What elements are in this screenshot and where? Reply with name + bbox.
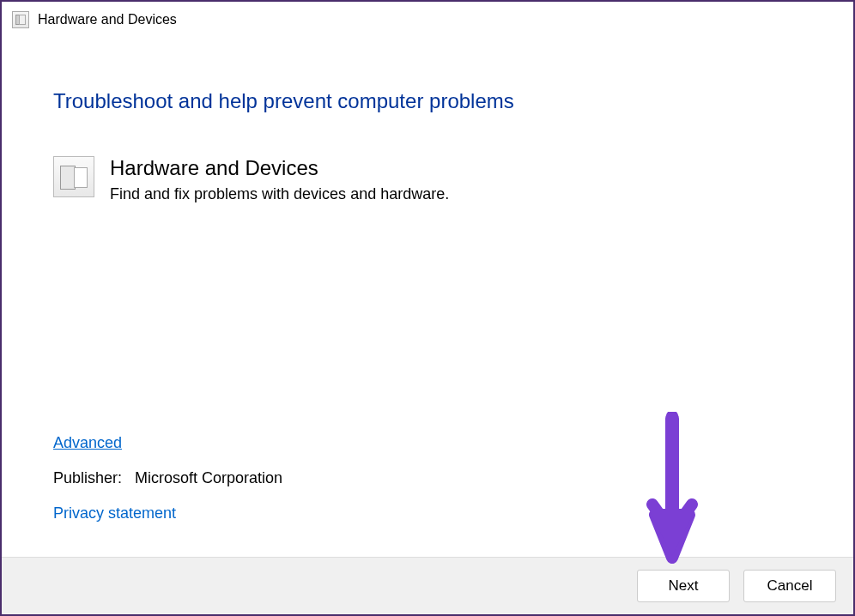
troubleshooter-description: Find and fix problems with devices and h… — [110, 185, 449, 203]
troubleshooter-window: Hardware and Devices Troubleshoot and he… — [0, 0, 855, 616]
page-heading: Troubleshoot and help prevent computer p… — [53, 89, 802, 113]
button-bar: Next Cancel — [2, 557, 853, 614]
troubleshooter-title: Hardware and Devices — [110, 156, 449, 180]
device-icon — [53, 156, 94, 197]
content-area: Troubleshoot and help prevent computer p… — [2, 38, 853, 557]
publisher-info: Publisher: Microsoft Corporation — [53, 469, 802, 487]
troubleshooter-text: Hardware and Devices Find and fix proble… — [110, 156, 449, 203]
advanced-link[interactable]: Advanced — [53, 434, 122, 452]
hardware-devices-icon — [12, 11, 29, 28]
privacy-statement-link[interactable]: Privacy statement — [53, 504, 176, 522]
next-button[interactable]: Next — [637, 570, 730, 602]
lower-links-section: Advanced Publisher: Microsoft Corporatio… — [53, 434, 802, 540]
title-bar: Hardware and Devices — [2, 2, 853, 38]
publisher-label: Publisher: — [53, 469, 122, 486]
cancel-button[interactable]: Cancel — [743, 570, 836, 602]
window-title: Hardware and Devices — [38, 12, 177, 27]
troubleshooter-item: Hardware and Devices Find and fix proble… — [53, 156, 802, 203]
publisher-value: Microsoft Corporation — [135, 469, 282, 486]
